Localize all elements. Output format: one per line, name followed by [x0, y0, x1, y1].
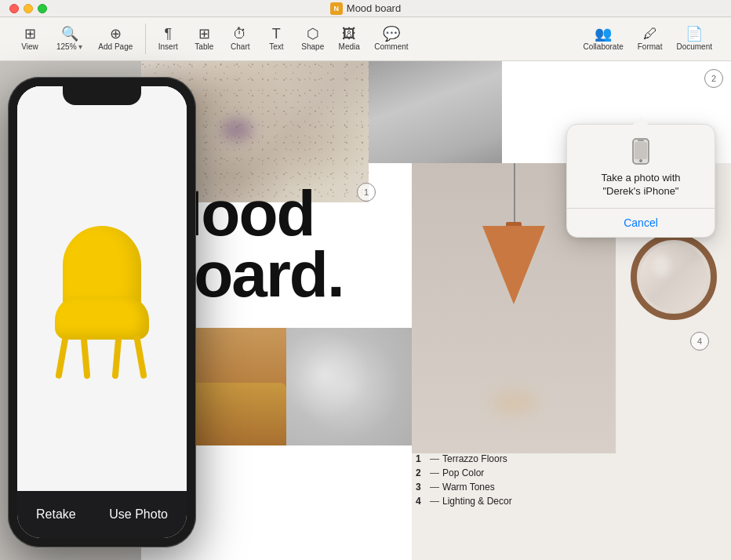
lamp-shade: [482, 226, 545, 304]
media-label: Media: [339, 42, 360, 51]
format-button[interactable]: 🖊 Format: [631, 24, 669, 54]
text-label: Text: [269, 42, 283, 51]
list-item: 3 — Warm Tones: [416, 482, 512, 493]
text-icon: T: [272, 27, 281, 41]
svg-point-2: [639, 159, 642, 162]
mirror-circle: [631, 234, 717, 320]
comment-label: Comment: [374, 42, 408, 51]
items-list: 1 — Terrazzo Floors 2 — Pop Color 3 — Wa…: [416, 453, 512, 510]
svg-rect-1: [635, 142, 647, 159]
insert-icon: ¶: [164, 27, 172, 41]
window-title: Mood board: [347, 2, 401, 14]
list-num-3: 3: [416, 482, 427, 493]
insert-group: ¶ Insert ⊞ Table ⏱ Chart T Text ⬡ Shape …: [145, 24, 419, 54]
popup-title: Take a photo with "Derek's iPhone": [576, 172, 705, 198]
iphone-screen: Retake Use Photo: [17, 86, 187, 538]
format-label: Format: [638, 42, 663, 51]
photo-popup: Take a photo with "Derek's iPhone" Cance…: [566, 124, 715, 238]
zoom-button[interactable]: 🔍 125% ▾: [50, 24, 89, 54]
add-page-button[interactable]: ⊕ Add Page: [92, 24, 139, 54]
view-icon: ⊞: [24, 27, 36, 41]
collaborate-icon: 👥: [595, 27, 612, 41]
title-bar: N Mood board: [0, 0, 731, 17]
document-icon: 📄: [686, 27, 703, 41]
comment-icon: 💬: [383, 27, 400, 41]
text-button[interactable]: T Text: [259, 24, 293, 54]
list-dash-3: —: [430, 482, 439, 493]
iphone-mockup: Retake Use Photo: [0, 61, 235, 560]
right-group: 👥 Collaborate 🖊 Format 📄 Document: [573, 24, 723, 54]
insert-button[interactable]: ¶ Insert: [151, 24, 185, 54]
table-button[interactable]: ⊞ Table: [187, 24, 221, 54]
fullscreen-button[interactable]: [38, 4, 47, 13]
list-num-1: 1: [416, 453, 427, 464]
table-icon: ⊞: [198, 27, 210, 41]
shape-icon: ⬡: [307, 27, 319, 41]
use-photo-button[interactable]: Use Photo: [109, 507, 168, 522]
badge-2: 2: [704, 69, 723, 88]
window-title-area: N Mood board: [330, 2, 401, 15]
document-label: Document: [676, 42, 712, 51]
list-num-4: 4: [416, 496, 427, 507]
close-button[interactable]: [9, 4, 19, 13]
shape-label: Shape: [301, 42, 324, 51]
document-button[interactable]: 📄 Document: [670, 24, 718, 54]
chair-visual: [51, 195, 153, 383]
fluffy-image: [286, 328, 412, 445]
collaborate-button[interactable]: 👥 Collaborate: [577, 24, 630, 54]
media-button[interactable]: 🖼 Media: [332, 24, 366, 54]
list-item: 1 — Terrazzo Floors: [416, 453, 512, 464]
comment-button[interactable]: 💬 Comment: [368, 24, 414, 54]
list-item: 2 — Pop Color: [416, 467, 512, 478]
list-text-2: Pop Color: [442, 467, 484, 478]
badge-4: 4: [690, 332, 709, 351]
zoom-value: 125% ▾: [56, 42, 82, 51]
shape-button[interactable]: ⬡ Shape: [295, 24, 330, 54]
popup-arrow: [633, 117, 649, 125]
list-dash-2: —: [430, 467, 439, 478]
list-item: 4 — Lighting & Decor: [416, 496, 512, 507]
table-label: Table: [195, 42, 213, 51]
popup-phone-icon: [576, 137, 705, 165]
badge-1: 1: [357, 183, 376, 202]
svg-rect-3: [638, 140, 644, 142]
zoom-icon: 🔍: [61, 27, 78, 41]
toolbar: ⊞ View 🔍 125% ▾ ⊕ Add Page ¶ Insert ⊞ Ta…: [0, 17, 731, 61]
traffic-lights[interactable]: [9, 4, 47, 13]
main-area: Retake Use Photo 1: [0, 61, 731, 560]
minimize-button[interactable]: [24, 4, 33, 13]
insert-label: Insert: [158, 42, 178, 51]
view-group: ⊞ View 🔍 125% ▾ ⊕ Add Page: [8, 24, 144, 54]
view-button[interactable]: ⊞ View: [13, 24, 47, 54]
list-text-3: Warm Tones: [442, 482, 495, 493]
phone-icon: [627, 137, 655, 165]
iphone-bottom-bar: Retake Use Photo: [17, 491, 187, 538]
list-num-2: 2: [416, 467, 427, 478]
app-icon: N: [330, 2, 343, 15]
list-dash-4: —: [430, 496, 439, 507]
cancel-button[interactable]: Cancel: [576, 209, 705, 237]
add-page-label: Add Page: [98, 42, 133, 51]
iphone-outer: Retake Use Photo: [8, 77, 196, 547]
iphone-photo-area: [17, 86, 187, 491]
gray-image: [369, 61, 502, 163]
add-page-icon: ⊕: [110, 27, 122, 41]
collaborate-label: Collaborate: [584, 42, 624, 51]
list-text-4: Lighting & Decor: [442, 496, 512, 507]
list-dash-1: —: [430, 453, 439, 464]
format-icon: 🖊: [643, 27, 657, 41]
chart-button[interactable]: ⏱ Chart: [223, 24, 257, 54]
chart-icon: ⏱: [233, 27, 247, 41]
list-text-1: Terrazzo Floors: [442, 453, 507, 464]
media-icon: 🖼: [342, 27, 356, 41]
view-label: View: [21, 42, 38, 51]
iphone-notch: [63, 86, 141, 105]
chart-label: Chart: [231, 42, 249, 51]
retake-button[interactable]: Retake: [36, 507, 76, 522]
